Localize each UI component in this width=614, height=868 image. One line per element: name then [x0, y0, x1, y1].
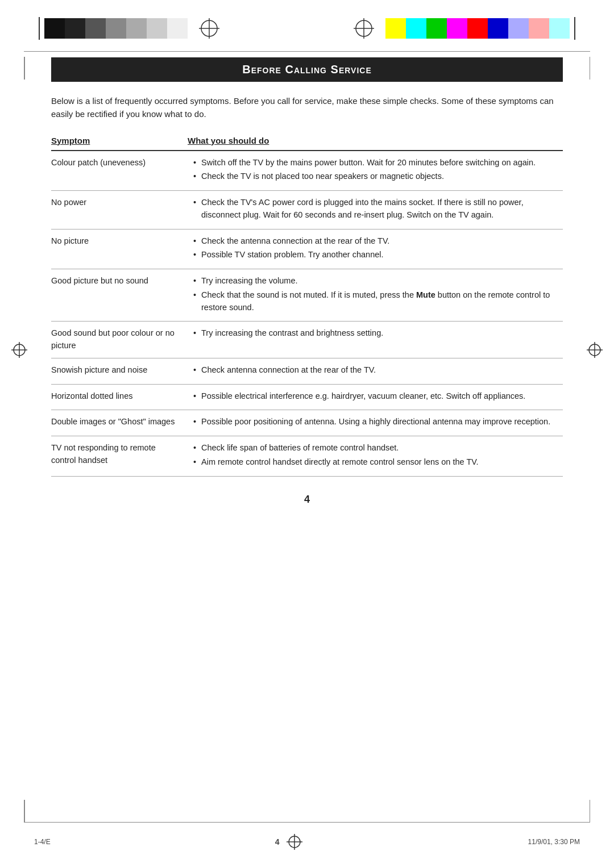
- color-block-red: [467, 18, 488, 39]
- solution-cell: Possible electrical interference e.g. ha…: [188, 384, 563, 410]
- side-vbar-bl: [24, 800, 25, 823]
- crosshair-icon-left: [198, 17, 221, 40]
- symptom-cell: Good picture but no sound: [51, 269, 188, 322]
- solution-cell: Check the antenna connection at the rear…: [188, 229, 563, 269]
- symptom-cell: Colour patch (uneveness): [51, 151, 188, 191]
- list-item: Possible electrical interference e.g. ha…: [193, 390, 563, 403]
- top-bar-area: [0, 0, 614, 45]
- footer-left: 1-4/E: [34, 838, 51, 846]
- solution-cell: Try increasing the volume.Check that the…: [188, 269, 563, 322]
- list-item: Switch off the TV by the mains power but…: [193, 157, 563, 169]
- page-title: Before Calling Service: [51, 57, 563, 82]
- footer-crosshair-icon: [285, 833, 304, 851]
- list-item: Check the antenna connection at the rear…: [193, 235, 563, 248]
- list-item: Check that the sound is not muted. If it…: [193, 289, 563, 314]
- list-item: Aim remote control handset directly at r…: [193, 456, 563, 469]
- crosshair-icon-right: [352, 17, 375, 40]
- footer-right: 11/9/01, 3:30 PM: [528, 838, 580, 846]
- symptom-cell: No power: [51, 191, 188, 229]
- page-number: 4: [51, 494, 563, 506]
- bottom-hline: [24, 822, 590, 823]
- color-block-white: [167, 18, 188, 39]
- list-item: Check the TV's AC power cord is plugged …: [193, 197, 563, 222]
- table-row: Snowish picture and noiseCheck antenna c…: [51, 358, 563, 384]
- list-item: Try increasing the volume.: [193, 275, 563, 287]
- symptom-column-header: Symptom: [51, 136, 188, 151]
- table-row: Double images or "Ghost" imagesPossible …: [51, 410, 563, 436]
- list-item: Possible TV station problem. Try another…: [193, 249, 563, 261]
- vline-left: [39, 17, 40, 40]
- table-row: Good sound but poor colour or no picture…: [51, 322, 563, 358]
- solution-cell: Try increasing the contrast and brightne…: [188, 322, 563, 358]
- right-margin-crosshair: [586, 341, 604, 361]
- color-block-black1: [44, 18, 65, 39]
- color-block-gray2: [106, 18, 126, 39]
- list-item: Try increasing the contrast and brightne…: [193, 327, 563, 340]
- solution-cell: Possible poor positioning of antenna. Us…: [188, 410, 563, 436]
- left-margin-crosshair: [10, 341, 28, 361]
- list-item: Check life span of batteries of remote c…: [193, 442, 563, 454]
- color-block-black2: [65, 18, 85, 39]
- solution-cell: Switch off the TV by the mains power but…: [188, 151, 563, 191]
- list-item: Check antenna connection at the rear of …: [193, 364, 563, 377]
- solution-cell: Check life span of batteries of remote c…: [188, 436, 563, 477]
- table-row: TV not responding to remote control hand…: [51, 436, 563, 477]
- color-block-green: [426, 18, 447, 39]
- vline-right: [574, 17, 575, 40]
- table-row: No powerCheck the TV's AC power cord is …: [51, 191, 563, 229]
- color-block-gray3: [126, 18, 147, 39]
- list-item: Check the TV is not placed too near spea…: [193, 170, 563, 183]
- color-block-pink: [529, 18, 549, 39]
- main-content: Before Calling Service Below is a list o…: [0, 52, 614, 540]
- solution-column-header: What you should do: [188, 136, 563, 151]
- solution-cell: Check antenna connection at the rear of …: [188, 358, 563, 384]
- solution-cell: Check the TV's AC power cord is plugged …: [188, 191, 563, 229]
- table-row: Good picture but no soundTry increasing …: [51, 269, 563, 322]
- list-item: Possible poor positioning of antenna. Us…: [193, 416, 563, 428]
- color-block-gray4: [147, 18, 167, 39]
- table-row: Horizontal dotted linesPossible electric…: [51, 384, 563, 410]
- color-block-gray1: [85, 18, 106, 39]
- service-table: Symptom What you should do Colour patch …: [51, 136, 563, 477]
- table-row: No pictureCheck the antenna connection a…: [51, 229, 563, 269]
- symptom-cell: Good sound but poor colour or no picture: [51, 322, 188, 358]
- color-bar-left: [34, 17, 231, 40]
- color-block-blue: [488, 18, 508, 39]
- side-vbar-br: [590, 800, 591, 823]
- symptom-cell: Double images or "Ghost" images: [51, 410, 188, 436]
- color-bar-right: [342, 17, 580, 40]
- symptom-cell: Horizontal dotted lines: [51, 384, 188, 410]
- color-block-yellow: [385, 18, 406, 39]
- side-vbar-tr: [590, 57, 591, 80]
- footer: 1-4/E 4 11/9/01, 3:30 PM: [0, 833, 614, 851]
- side-vbar-tl: [24, 57, 25, 80]
- symptom-cell: TV not responding to remote control hand…: [51, 436, 188, 477]
- color-block-cyan: [406, 18, 426, 39]
- symptom-cell: Snowish picture and noise: [51, 358, 188, 384]
- color-block-ltblue: [508, 18, 529, 39]
- table-row: Colour patch (uneveness)Switch off the T…: [51, 151, 563, 191]
- footer-page-number: 4: [275, 837, 280, 846]
- intro-paragraph: Below is a list of frequently occurred s…: [51, 94, 563, 121]
- color-block-ltcyan: [549, 18, 570, 39]
- symptom-cell: No picture: [51, 229, 188, 269]
- color-block-magenta: [447, 18, 467, 39]
